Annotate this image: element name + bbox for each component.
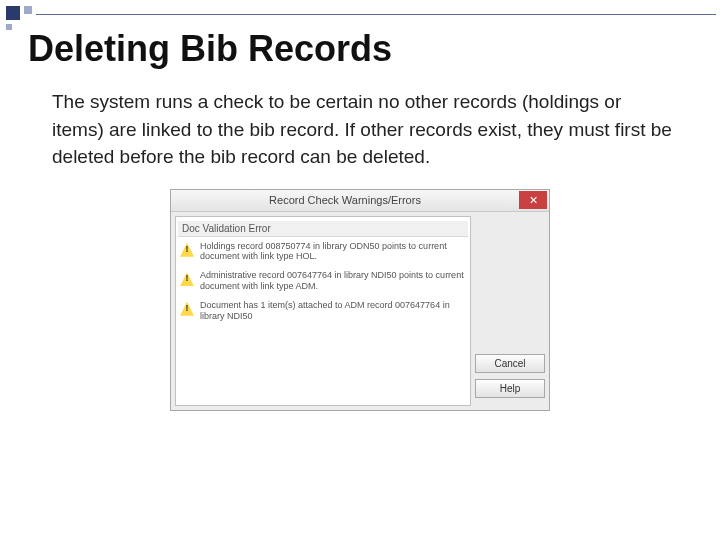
divider-line: [36, 14, 716, 15]
warning-icon: [180, 272, 194, 286]
dialog-title: Record Check Warnings/Errors: [171, 194, 519, 206]
message-text: Document has 1 item(s) attached to ADM r…: [200, 300, 466, 322]
message-list: Doc Validation Error Holdings record 008…: [175, 216, 471, 406]
cancel-button[interactable]: Cancel: [475, 354, 545, 373]
corner-decoration: [0, 0, 80, 30]
dialog-button-column: Cancel Help: [475, 216, 545, 406]
message-text: Administrative record 007647764 in libra…: [200, 270, 466, 292]
close-button[interactable]: ✕: [519, 191, 547, 209]
close-icon: ✕: [529, 195, 538, 206]
slide-title: Deleting Bib Records: [28, 28, 720, 70]
message-list-header: Doc Validation Error: [178, 221, 468, 237]
warning-icon: [180, 302, 194, 316]
warning-icon: [180, 243, 194, 257]
list-item: Document has 1 item(s) attached to ADM r…: [178, 298, 468, 328]
message-text: Holdings record 008750774 in library ODN…: [200, 241, 466, 263]
dialog-titlebar: Record Check Warnings/Errors ✕: [171, 190, 549, 212]
record-check-dialog: Record Check Warnings/Errors ✕ Doc Valid…: [170, 189, 550, 411]
list-item: Administrative record 007647764 in libra…: [178, 268, 468, 298]
slide-body-text: The system runs a check to be certain no…: [52, 88, 672, 171]
help-button[interactable]: Help: [475, 379, 545, 398]
list-item: Holdings record 008750774 in library ODN…: [178, 239, 468, 269]
